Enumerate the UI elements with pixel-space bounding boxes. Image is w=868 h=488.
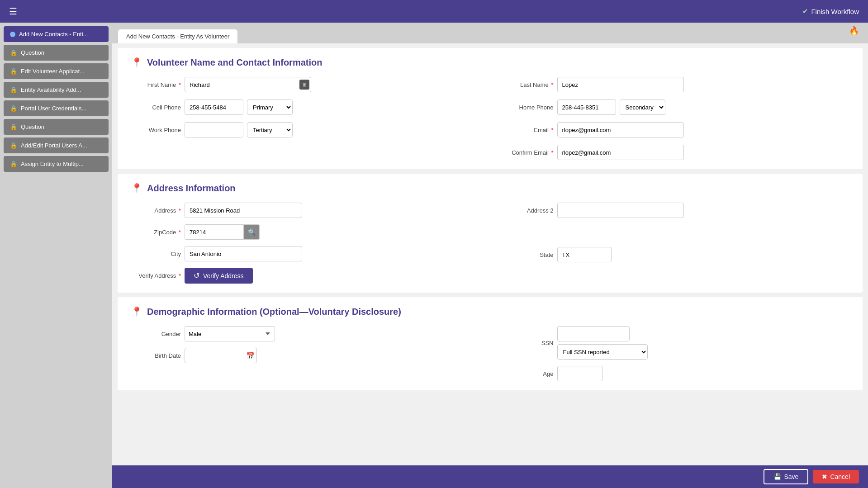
sidebar-item-label: Assign Entity to Multip... bbox=[21, 161, 84, 167]
lock-icon: 🔒 bbox=[10, 142, 17, 149]
city-row: City bbox=[131, 246, 477, 261]
email-input[interactable] bbox=[557, 122, 684, 137]
home-phone-type-select[interactable]: Primary Secondary Tertiary bbox=[620, 99, 665, 115]
required-marker: * bbox=[551, 127, 553, 133]
sidebar-item-assign-entity[interactable]: 🔒 Assign Entity to Multip... bbox=[4, 156, 109, 172]
confirm-email-input[interactable] bbox=[557, 145, 684, 160]
birth-date-row: Birth Date 📅 bbox=[131, 348, 477, 363]
age-input[interactable] bbox=[557, 366, 602, 381]
state-input[interactable] bbox=[557, 247, 612, 262]
last-name-input[interactable] bbox=[557, 77, 684, 92]
volunteer-section-title: 📍 Volunteer Name and Contact Information bbox=[131, 57, 849, 68]
gender-label: Gender bbox=[131, 331, 181, 337]
email-label: Email * bbox=[504, 127, 554, 133]
sidebar-item-entity-availability[interactable]: 🔒 Entity Availability Add... bbox=[4, 82, 109, 98]
tab-label: Add New Contacts - Entity As Volunteer bbox=[126, 33, 229, 40]
sidebar-item-portal-user[interactable]: 🔒 Portal User Credentials... bbox=[4, 100, 109, 116]
first-name-label: First Name * bbox=[131, 81, 181, 88]
required-marker: * bbox=[179, 229, 181, 236]
demographic-section: 📍 Demographic Information (Optional—Volu… bbox=[118, 297, 863, 390]
address-label: Address * bbox=[131, 207, 181, 214]
nav-left: ☰ bbox=[9, 6, 17, 17]
pin-icon: 📍 bbox=[131, 57, 142, 68]
sidebar-item-label: Entity Availability Add... bbox=[21, 86, 81, 93]
work-phone-type-select[interactable]: Primary Secondary Tertiary bbox=[247, 122, 293, 137]
confirm-email-label: Confirm Email * bbox=[504, 149, 554, 156]
age-label: Age bbox=[504, 370, 554, 377]
ssn-label: SSN bbox=[504, 340, 554, 346]
finish-workflow-button[interactable]: ✔ Finish Workflow bbox=[802, 7, 859, 15]
cancel-icon: ✖ bbox=[822, 473, 827, 480]
age-row: Age bbox=[504, 366, 849, 381]
check-icon: ✔ bbox=[802, 7, 808, 15]
verify-address-button[interactable]: ↺ Verify Address bbox=[185, 268, 253, 284]
sidebar-item-label: Add/Edit Portal Users A... bbox=[21, 142, 87, 149]
home-phone-row: Home Phone Primary Secondary Tertiary bbox=[504, 99, 849, 115]
save-button[interactable]: 💾 Save bbox=[764, 469, 808, 484]
sidebar-item-question[interactable]: 🔒 Question bbox=[4, 45, 109, 61]
sidebar-item-label: Edit Volunteer Applicat... bbox=[21, 68, 85, 75]
finish-workflow-label: Finish Workflow bbox=[811, 8, 859, 15]
verify-address-label: Verify Address * bbox=[131, 272, 181, 279]
bottom-bar: 💾 Save ✖ Cancel bbox=[112, 465, 868, 488]
gender-select[interactable]: Male Female Non-binary Prefer not to say bbox=[185, 326, 275, 341]
zipcode-input[interactable] bbox=[185, 224, 243, 240]
sidebar-item-label: Question bbox=[21, 49, 44, 56]
volunteer-section: 📍 Volunteer Name and Contact Information… bbox=[118, 48, 863, 169]
address-input[interactable] bbox=[185, 203, 302, 218]
sidebar-item-question2[interactable]: 🔒 Question bbox=[4, 119, 109, 135]
address2-input[interactable] bbox=[557, 203, 684, 218]
lock-icon: 🔒 bbox=[10, 86, 17, 93]
first-name-expand-button[interactable]: ⊞ bbox=[299, 80, 309, 90]
sidebar: Add New Contacts - Enti... 🔒 Question 🔒 … bbox=[0, 23, 112, 488]
required-marker: * bbox=[179, 272, 181, 279]
top-navigation: ☰ ✔ Finish Workflow bbox=[0, 0, 868, 23]
confirm-email-row: Confirm Email * bbox=[504, 145, 849, 160]
cancel-button[interactable]: ✖ Cancel bbox=[813, 470, 859, 483]
ssn-field-group: Full SSN reported Last 4 digits Not prov… bbox=[557, 326, 648, 360]
main-content: 📍 Volunteer Name and Contact Information… bbox=[112, 43, 868, 465]
ssn-row: SSN Full SSN reported Last 4 digits Not … bbox=[504, 326, 849, 360]
cell-phone-row: Cell Phone Primary Secondary Tertiary bbox=[131, 99, 477, 115]
work-phone-row: Work Phone Primary Secondary Tertiary bbox=[131, 122, 477, 137]
state-label: State bbox=[504, 251, 554, 258]
lock-icon: 🔒 bbox=[10, 49, 17, 56]
cell-phone-label: Cell Phone bbox=[131, 104, 181, 111]
birth-date-label: Birth Date bbox=[131, 352, 181, 359]
zipcode-search-button[interactable]: 🔍 bbox=[243, 224, 260, 240]
sidebar-item-label: Question bbox=[21, 123, 44, 130]
cell-phone-input[interactable] bbox=[185, 99, 243, 115]
flame-icon: 🔥 bbox=[849, 26, 859, 36]
calendar-icon-button[interactable]: 📅 bbox=[246, 351, 255, 360]
demographic-section-title: 📍 Demographic Information (Optional—Volu… bbox=[131, 306, 849, 317]
cell-phone-type-select[interactable]: Primary Secondary Tertiary bbox=[247, 99, 293, 115]
ssn-input[interactable] bbox=[557, 326, 630, 341]
email-row: Email * bbox=[504, 122, 849, 137]
gender-row: Gender Male Female Non-binary Prefer not… bbox=[131, 326, 477, 341]
home-phone-input[interactable] bbox=[557, 99, 616, 115]
first-name-input[interactable] bbox=[185, 77, 311, 92]
sidebar-item-add-edit-portal[interactable]: 🔒 Add/Edit Portal Users A... bbox=[4, 137, 109, 153]
zipcode-row: ZipCode * 🔍 bbox=[131, 224, 477, 240]
save-icon: 💾 bbox=[773, 473, 781, 480]
verify-address-row: Verify Address * ↺ Verify Address bbox=[131, 268, 477, 284]
sidebar-item-add-contacts[interactable]: Add New Contacts - Enti... bbox=[4, 26, 109, 42]
lock-icon: 🔒 bbox=[10, 161, 17, 167]
hamburger-icon[interactable]: ☰ bbox=[9, 6, 17, 17]
sidebar-item-edit-volunteer[interactable]: 🔒 Edit Volunteer Applicat... bbox=[4, 63, 109, 79]
zipcode-search-wrapper: 🔍 bbox=[185, 224, 260, 240]
lock-icon: 🔒 bbox=[10, 105, 17, 112]
tab-bar: Add New Contacts - Entity As Volunteer 🔥 bbox=[0, 23, 868, 43]
address2-label: Address 2 bbox=[504, 207, 554, 214]
birth-date-wrapper: 📅 bbox=[185, 348, 257, 363]
city-input[interactable] bbox=[185, 246, 302, 261]
active-tab[interactable]: Add New Contacts - Entity As Volunteer bbox=[118, 29, 238, 43]
lock-icon: 🔒 bbox=[10, 68, 17, 75]
ssn-type-select[interactable]: Full SSN reported Last 4 digits Not prov… bbox=[557, 344, 648, 360]
active-dot-icon bbox=[10, 32, 15, 37]
required-marker: * bbox=[179, 81, 181, 88]
first-name-input-wrapper: ⊞ bbox=[185, 77, 311, 92]
refresh-icon: ↺ bbox=[194, 271, 199, 280]
work-phone-input[interactable] bbox=[185, 122, 243, 137]
pin-icon: 📍 bbox=[131, 183, 142, 194]
